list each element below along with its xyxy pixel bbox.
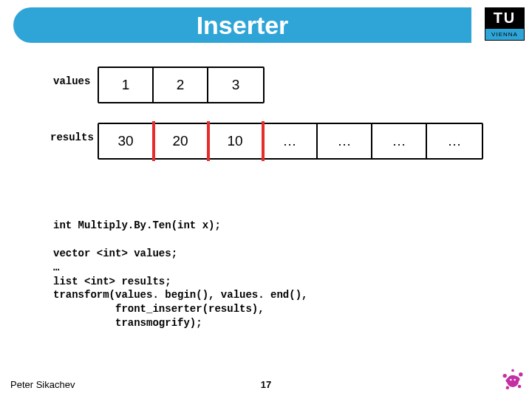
values-label: values (53, 75, 90, 87)
svg-point-9 (514, 379, 516, 381)
slide-title: Inserter (197, 11, 289, 40)
red-separator-icon (207, 121, 210, 161)
code-snippet: int Multiply.By.Ten(int x); vector <int>… (53, 219, 307, 330)
red-separator-icon (262, 121, 265, 161)
values-cell: 3 (208, 68, 263, 102)
svg-point-5 (511, 369, 514, 372)
svg-point-2 (519, 372, 522, 376)
results-cell: … (263, 124, 318, 158)
results-cell: … (427, 124, 482, 158)
splat-icon (499, 366, 526, 393)
results-cell: 30 (99, 124, 154, 158)
values-cell: 2 (154, 68, 208, 102)
results-label: results (50, 132, 94, 143)
values-array: 1 2 3 (98, 66, 265, 103)
results-cell: … (318, 124, 372, 158)
red-separator-icon (152, 121, 155, 161)
title-bar: Inserter (13, 7, 471, 43)
svg-point-1 (503, 374, 507, 378)
results-list: 30 20 10 … … … … (98, 123, 483, 160)
results-cell: 10 (208, 124, 263, 158)
logo-bottom: VIENNA (485, 28, 525, 41)
logo-top: TU (485, 7, 525, 28)
svg-point-8 (510, 379, 512, 381)
results-cell: 20 (154, 124, 208, 158)
svg-point-4 (518, 385, 522, 389)
values-cell: 1 (99, 68, 154, 102)
footer-author: Peter Sikachev (10, 379, 75, 390)
svg-point-3 (506, 386, 510, 390)
results-cell: … (372, 124, 427, 158)
footer-page-number: 17 (261, 379, 271, 390)
tu-vienna-logo: TU VIENNA (485, 7, 525, 43)
